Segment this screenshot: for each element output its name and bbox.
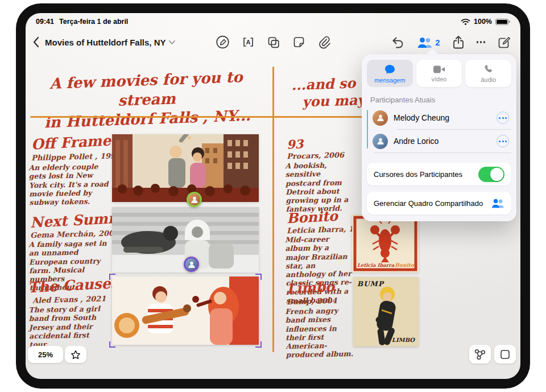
collaborate-button[interactable]: 2 — [417, 36, 440, 48]
star-icon — [71, 350, 81, 360]
avatar-andre — [373, 134, 388, 149]
compose-icon — [497, 35, 511, 49]
popover-tabs: mensagem vídeo áudio — [367, 60, 511, 87]
participant-more-button[interactable] — [497, 135, 509, 147]
battery-icon — [495, 19, 510, 25]
undo-button[interactable] — [391, 35, 405, 49]
manage-shared-board-label: Gerenciar Quadro Compartilhado — [374, 199, 483, 208]
limbo-art-title-text: LIMBO — [392, 337, 415, 343]
ipad-device-frame: 09:41 Terça-feira 1 de abril 100% Movies… — [16, 3, 530, 389]
participant-more-button[interactable] — [497, 112, 509, 124]
connect-objects-button[interactable] — [469, 345, 491, 364]
board-heading-right[interactable]: ...and so you may — [291, 75, 366, 111]
album-desc-limbo[interactable]: French angry band mixes influences in th… — [285, 306, 354, 360]
note-tool-button[interactable] — [292, 35, 306, 49]
wifi-icon — [461, 18, 470, 25]
attachment-icon — [317, 35, 331, 49]
draw-icon — [216, 35, 230, 49]
album-title-93[interactable]: 93 — [286, 137, 304, 151]
person-icon — [376, 113, 385, 122]
footer-left-controls: 25% — [28, 346, 86, 363]
person-icon — [187, 260, 196, 269]
movie-title-off-frame[interactable]: Off Frame — [31, 132, 111, 152]
collaborator-cursor-melody — [187, 192, 202, 207]
divider — [374, 152, 511, 153]
movie-byline-off-frame[interactable]: Philippe Pollet , 1993 — [31, 151, 121, 162]
back-button[interactable] — [32, 36, 39, 48]
selection-handle-bottom-left[interactable] — [109, 341, 115, 348]
share-button[interactable] — [452, 35, 465, 49]
person-icon — [376, 137, 385, 146]
board-title: Movies of Hutteldorf Falls, NY — [45, 38, 166, 47]
collaborators-count: 2 — [435, 38, 440, 47]
tab-audio[interactable]: áudio — [465, 60, 511, 87]
attachment-tool-button[interactable] — [317, 35, 331, 49]
toolbar: Movies of Hutteldorf Falls, NY A — [26, 30, 520, 54]
selection-handle-bottom-right[interactable] — [255, 341, 262, 348]
participant-more-icon — [499, 141, 507, 142]
manage-shared-board-row[interactable]: Gerenciar Quadro Compartilhado — [367, 192, 511, 214]
movie-desc-off-frame[interactable]: An elderly couple gets lost in New York … — [28, 162, 110, 207]
participants-list: Melody Cheung Andre Lorico — [367, 106, 511, 153]
select-tool-button[interactable] — [494, 345, 516, 364]
collaboration-popover: mensagem vídeo áudio Participantes Atuai… — [362, 54, 516, 221]
selection-handle-top-right[interactable] — [255, 274, 262, 280]
participant-cursors-label: Cursores dos Participantes — [374, 170, 462, 179]
more-icon — [477, 41, 486, 43]
status-time: 09:41 — [36, 18, 54, 26]
status-date: Terça-feira 1 de abril — [59, 18, 128, 26]
shapes-icon — [267, 35, 281, 49]
heading-right-line1: ...and so — [291, 75, 365, 94]
svg-text:A: A — [246, 39, 251, 46]
more-button[interactable] — [477, 41, 486, 43]
album-title-limbo[interactable]: Limbo — [286, 278, 335, 297]
album-byline-93[interactable]: Procars, 2006 — [287, 151, 344, 161]
board-heading-left[interactable]: A few movies for you to stream in Huttel… — [30, 67, 263, 133]
movie-image-off-frame[interactable] — [112, 134, 259, 202]
select-icon — [499, 349, 511, 360]
album-title-bonito[interactable]: Bonito — [286, 208, 338, 227]
undo-icon — [391, 35, 405, 49]
tab-video[interactable]: vídeo — [416, 60, 462, 87]
album-art-limbo[interactable]: BUMP LIMBO — [353, 277, 419, 346]
divider-line-vertical[interactable] — [272, 67, 274, 352]
participant-cursors-row: Cursores dos Participantes — [367, 163, 511, 185]
movie-byline-the-causes[interactable]: Aled Evans , 2021 — [32, 294, 106, 304]
tab-message[interactable]: mensagem — [367, 60, 413, 87]
compose-button[interactable] — [497, 35, 511, 49]
selection-handle-top-left[interactable] — [109, 274, 115, 280]
bonito-art-title-text: Bonito — [395, 262, 414, 268]
participants-header: Participantes Atuais — [370, 96, 508, 104]
movie-image-the-causes[interactable] — [112, 277, 259, 345]
collaborate-icon — [417, 36, 432, 48]
textbox-tool-button[interactable]: A — [242, 35, 255, 49]
note-icon — [292, 35, 306, 49]
participant-name: Andre Lorico — [394, 137, 439, 146]
favorite-button[interactable] — [65, 346, 86, 363]
board-title-menu[interactable]: Movies of Hutteldorf Falls, NY — [45, 38, 175, 47]
battery-percent: 100% — [474, 18, 492, 26]
album-byline-limbo[interactable]: Bump, 2004 — [287, 296, 337, 306]
participant-cursors-toggle[interactable] — [478, 167, 504, 182]
chevron-left-icon — [32, 36, 39, 48]
zoom-level-button[interactable]: 25% — [28, 346, 63, 363]
bonito-art-artist-text: Leticia Ibarra — [357, 262, 394, 268]
movie-desc-the-causes[interactable]: The story of a girl band from South Jers… — [28, 304, 107, 349]
participant-more-icon — [499, 117, 507, 119]
collaborator-cursor-andre — [184, 257, 199, 272]
share-icon — [452, 35, 465, 49]
zoom-level-value: 25% — [38, 350, 53, 359]
album-art-bonito[interactable]: Leticia Ibarra Bonito — [352, 214, 419, 273]
footer-right-controls — [469, 345, 516, 364]
audio-icon — [483, 64, 494, 75]
video-icon — [433, 65, 445, 74]
shapes-tool-button[interactable] — [267, 35, 281, 49]
movie-byline-next-summer[interactable]: Gema Merchán, 2002 — [30, 229, 119, 240]
participant-row-melody[interactable]: Melody Cheung — [370, 106, 511, 129]
draw-tool-button[interactable] — [216, 35, 230, 49]
album-desc-93[interactable]: A bookish, sensitive postcard from Detro… — [285, 160, 350, 213]
avatar-melody — [373, 110, 388, 126]
message-icon — [384, 64, 396, 75]
limbo-art-band-text: BUMP — [357, 280, 384, 288]
participant-row-andre[interactable]: Andre Lorico — [370, 130, 511, 152]
